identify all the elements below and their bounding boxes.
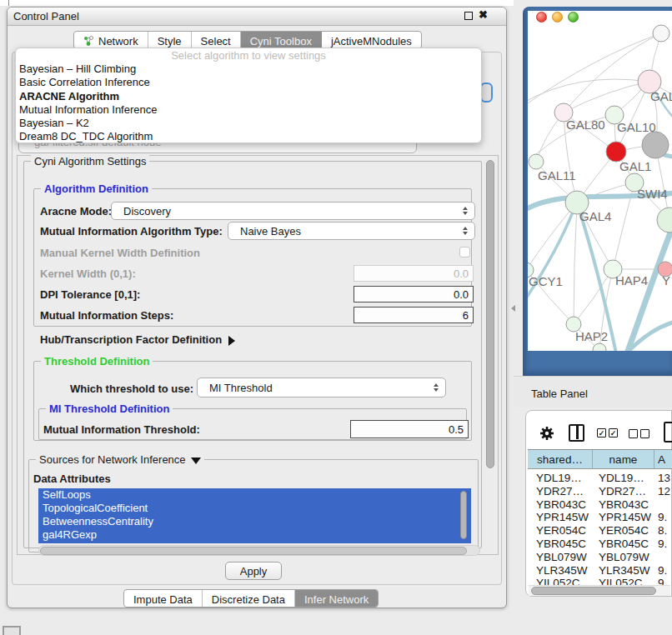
combo-spinner-icon xyxy=(429,383,443,392)
node-label-gal: GAL xyxy=(650,89,672,103)
tab-cyni-toolbox[interactable]: Cyni Toolbox xyxy=(241,32,322,49)
tab-select[interactable]: Select xyxy=(192,32,241,49)
node-unlabeled[interactable] xyxy=(593,343,606,351)
table-row[interactable]: YDL19…YDL19…13 xyxy=(528,472,672,485)
table-horizontal-scrollbar-thumb[interactable] xyxy=(531,587,656,595)
select-all-icon[interactable]: ✓ xyxy=(597,428,606,438)
close-icon[interactable]: ✖ xyxy=(479,8,488,21)
table-row[interactable]: YDR27…YDR27…12 xyxy=(528,485,672,498)
window-minimize-button[interactable] xyxy=(552,12,563,22)
sources-group-title[interactable]: Sources for Network Inference xyxy=(36,453,204,466)
collapsed-panel-box[interactable] xyxy=(3,626,21,635)
table-cell: YBL079W xyxy=(599,551,658,564)
manual-kernel-checkbox[interactable] xyxy=(459,247,470,258)
table-row[interactable]: YIL052CYIL052C9 xyxy=(528,577,672,585)
mi-steps-field[interactable] xyxy=(354,307,474,323)
table-row[interactable]: YBR043CYBR043C xyxy=(528,498,672,512)
control-panel-tab-strip: NetworkStyleSelectCyni ToolboxjActiveMNo… xyxy=(73,31,422,49)
mi-threshold-field[interactable] xyxy=(350,420,469,438)
table-header-row: shared…nameA xyxy=(528,449,672,469)
which-threshold-combo[interactable]: MI Threshold xyxy=(197,378,446,398)
dropdown-item-mutual-information-inference[interactable]: Mutual Information Inference xyxy=(16,103,481,117)
node-gal11[interactable] xyxy=(529,154,544,169)
attribute-item-betweennesscentrality[interactable]: BetweennessCentrality xyxy=(38,515,471,528)
node-unlabeled[interactable] xyxy=(657,208,672,232)
table-row[interactable]: YBR045CYBR045C9. xyxy=(528,538,672,551)
cyni-settings-group-title: Cyni Algorithm Settings xyxy=(31,155,149,168)
node-label-gal1: GAL1 xyxy=(619,159,651,173)
top-edge-divider xyxy=(8,0,9,6)
mi-type-label: Mutual Information Algorithm Type: xyxy=(40,225,223,238)
data-attributes-label: Data Attributes xyxy=(33,472,111,485)
tab-label: Impute Data xyxy=(133,593,193,606)
attribute-item-gal4rgexp[interactable]: gal4RGexp xyxy=(38,528,471,542)
split-columns-icon[interactable] xyxy=(569,424,584,442)
tab-infer-network[interactable]: Infer Network xyxy=(295,590,378,608)
dpi-tolerance-label: DPI Tolerance [0,1]: xyxy=(40,288,140,301)
column-header-shared[interactable]: shared… xyxy=(528,450,593,469)
dropdown-item-dream8-dc-tdc-algorithm[interactable]: Dream8 DC_TDC Algorithm xyxy=(16,130,481,143)
combo-spinner-icon xyxy=(459,227,472,235)
table-cell: YLR345W xyxy=(599,564,658,578)
node-unlabeled[interactable] xyxy=(653,25,669,42)
tab-style[interactable]: Style xyxy=(148,32,192,49)
hub-definition-toggle[interactable]: Hub/Transcription Factor Definition xyxy=(40,333,235,346)
table-cell: 9. xyxy=(658,538,672,551)
dropdown-item-bayesian-hill-climbing[interactable]: Bayesian – Hill Climbing xyxy=(16,62,481,76)
mi-type-combo[interactable]: Naive Bayes xyxy=(228,222,475,240)
attribute-item-topologicalcoefficient[interactable]: TopologicalCoefficient xyxy=(38,502,471,515)
tab-label: Select xyxy=(201,35,231,48)
column-header-a[interactable]: A xyxy=(654,450,672,469)
kernel-width-field[interactable] xyxy=(354,265,474,282)
table-cell: YBR043C xyxy=(528,498,599,512)
node-label-hap4: HAP4 xyxy=(615,273,648,288)
node-unlabeled[interactable] xyxy=(642,132,669,158)
splitpane-handle-icon[interactable] xyxy=(511,305,515,312)
algorithm-combo-spinner[interactable] xyxy=(480,82,493,102)
tab-label: Discretize Data xyxy=(212,593,285,606)
which-threshold-label: Which threshold to use: xyxy=(70,382,193,395)
settings-vertical-scrollbar[interactable] xyxy=(486,160,494,468)
network-icon xyxy=(83,36,94,47)
column-header-name[interactable]: name xyxy=(593,450,654,469)
table-row[interactable]: YLR345WYLR345W9. xyxy=(528,564,672,578)
dropdown-item-list: Bayesian – Hill ClimbingBasic Correlatio… xyxy=(16,62,481,143)
which-threshold-value: MI Threshold xyxy=(198,382,429,394)
data-attributes-list: SelfLoopsTopologicalCoefficientBetweenne… xyxy=(38,488,471,543)
tab-impute-data[interactable]: Impute Data xyxy=(124,590,203,608)
tab-label: Style xyxy=(158,35,182,48)
tab-discretize-data[interactable]: Discretize Data xyxy=(203,590,295,608)
attributes-list-scrollbar[interactable] xyxy=(460,491,467,539)
apply-button[interactable]: Apply xyxy=(225,562,282,580)
window-zoom-button[interactable] xyxy=(568,12,579,22)
window-close-button[interactable] xyxy=(536,12,547,22)
table-row[interactable]: YPR145WYPR145W9. xyxy=(528,511,672,524)
select-all-icon[interactable]: ✓ xyxy=(609,428,618,438)
table-row[interactable]: YER054CYER054C8. xyxy=(528,524,672,538)
table-body: YDL19…YDL19…13YDR27…YDR27…12YBR043CYBR04… xyxy=(528,472,672,585)
dropdown-item-aracne-algorithm[interactable]: ARACNE Algorithm xyxy=(16,90,481,103)
table-cell: YIL052C xyxy=(528,577,599,585)
dpi-tolerance-field[interactable] xyxy=(354,286,474,302)
gear-icon[interactable] xyxy=(539,426,554,441)
table-cell: YBR045C xyxy=(528,538,599,551)
tab-label: Network xyxy=(98,35,138,48)
combo-spinner-icon xyxy=(459,207,472,215)
deselect-all-icon[interactable] xyxy=(629,429,638,438)
tab-label: jActiveMNodules xyxy=(331,35,412,48)
float-window-icon[interactable] xyxy=(464,12,473,20)
node-label-gal11: GAL11 xyxy=(538,168,576,182)
aracne-mode-combo[interactable]: Discovery xyxy=(111,202,475,220)
dropdown-item-bayesian-k2[interactable]: Bayesian – K2 xyxy=(16,117,481,130)
tab-network[interactable]: Network xyxy=(74,32,148,49)
dropdown-item-basic-correlation-inference[interactable]: Basic Correlation Inference xyxy=(16,76,481,89)
page-icon[interactable] xyxy=(664,422,672,442)
settings-horizontal-scrollbar-thumb[interactable] xyxy=(40,547,467,555)
tab-jactivemnodules[interactable]: jActiveMNodules xyxy=(322,32,421,49)
deselect-all-icon[interactable] xyxy=(640,429,649,438)
node-label-hap2: HAP2 xyxy=(575,329,608,343)
node-label-gal80: GAL80 xyxy=(566,118,605,132)
attribute-item-selfloops[interactable]: SelfLoops xyxy=(38,488,471,502)
table-row[interactable]: YBL079WYBL079W xyxy=(528,551,672,564)
network-graph[interactable]: GALGAL80GAL10GAL1GAL11SWI4GAL4GCY1HAP4YH… xyxy=(528,23,672,351)
